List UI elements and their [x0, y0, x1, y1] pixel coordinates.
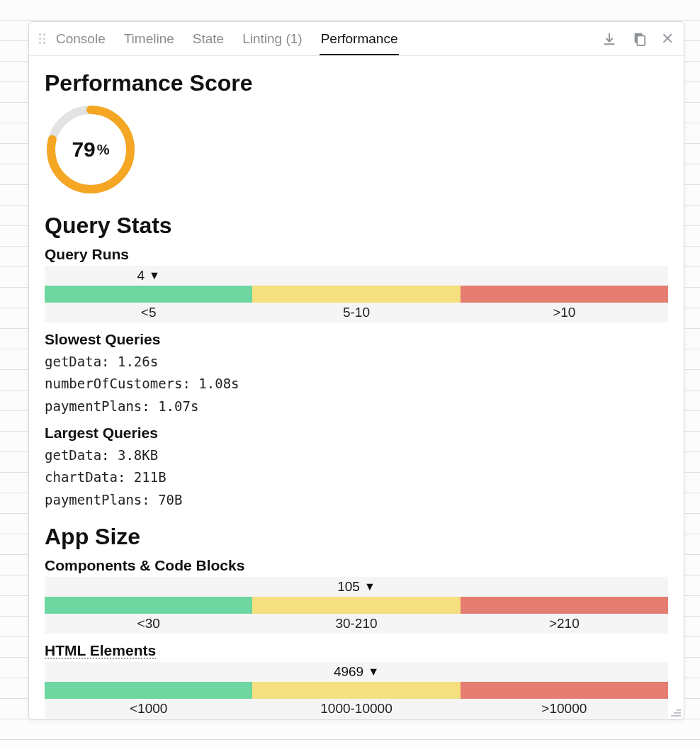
range-segment-red: [461, 286, 668, 303]
list-item: numberOfCustomers: 1.08s: [45, 373, 668, 395]
range-label: <5: [45, 303, 252, 322]
app-size-title: App Size: [45, 524, 668, 550]
range-segment-red: [461, 682, 668, 699]
range-segment-green: [45, 682, 252, 699]
range-segment-red: [461, 597, 668, 614]
score-ring: 79%: [45, 103, 668, 196]
panel-body: Performance Score 79% Query Stats Query …: [29, 56, 684, 719]
query-runs-range: 4▼ <5 5-10 >10: [45, 266, 668, 322]
list-item: getData: 3.8KB: [45, 444, 668, 466]
components-range: 105▼ <30 30-210 >210: [45, 577, 668, 634]
largest-queries-list: getData: 3.8KB chartData: 211B paymentPl…: [45, 444, 668, 511]
range-segment-yellow: [252, 286, 460, 303]
range-label: 30-210: [252, 614, 460, 634]
close-icon[interactable]: ✕: [661, 31, 674, 47]
panel-header: Console Timeline State Linting (1) Perfo…: [29, 22, 684, 56]
score-value: 79: [72, 137, 95, 162]
drag-handle-icon[interactable]: [39, 31, 49, 47]
components-marker: 105▼: [337, 579, 376, 595]
html-elements-title[interactable]: HTML Elements: [45, 642, 668, 659]
range-segment-yellow: [252, 597, 460, 614]
tab-performance[interactable]: Performance: [320, 23, 400, 55]
list-item: chartData: 211B: [45, 466, 668, 488]
list-item: paymentPlans: 1.07s: [45, 395, 668, 417]
components-block: Components & Code Blocks 105▼ <30 30-210…: [45, 557, 668, 634]
range-label: 1000-10000: [252, 699, 460, 719]
tab-linting[interactable]: Linting (1): [241, 23, 304, 55]
tab-console[interactable]: Console: [55, 23, 107, 55]
slowest-queries-list: getData: 1.26s numberOfCustomers: 1.08s …: [45, 351, 668, 417]
range-segment-yellow: [252, 682, 460, 699]
tab-bar: Console Timeline State Linting (1) Perfo…: [55, 22, 399, 55]
svg-rect-1: [637, 35, 645, 45]
header-actions: ✕: [602, 31, 674, 47]
performance-score-title: Performance Score: [45, 70, 668, 96]
download-icon[interactable]: [602, 31, 617, 47]
html-elements-block: HTML Elements 4969▼ <1000 1000-10000 >10…: [45, 642, 668, 719]
range-segment-green: [45, 286, 252, 303]
query-stats-title: Query Stats: [45, 213, 668, 239]
tab-state[interactable]: State: [191, 23, 225, 55]
tab-timeline[interactable]: Timeline: [123, 23, 176, 55]
html-elements-range: 4969▼ <1000 1000-10000 >10000: [45, 662, 668, 719]
score-percent-symbol: %: [97, 142, 110, 158]
slowest-queries-title: Slowest Queries: [45, 331, 668, 348]
list-item: getData: 1.26s: [45, 351, 668, 373]
components-title: Components & Code Blocks: [45, 557, 668, 574]
query-runs-title: Query Runs: [45, 246, 668, 263]
range-label: >10000: [461, 699, 668, 719]
range-label: >10: [461, 303, 668, 322]
range-label: <1000: [45, 699, 252, 719]
resize-handle-icon[interactable]: [670, 705, 681, 717]
debug-panel: Console Timeline State Linting (1) Perfo…: [28, 21, 684, 720]
range-label: <30: [45, 614, 252, 634]
range-label: 5-10: [252, 303, 460, 322]
range-label: >210: [461, 614, 668, 634]
largest-queries-title: Largest Queries: [45, 425, 668, 442]
query-runs-marker: 4▼: [137, 268, 159, 283]
html-elements-marker: 4969▼: [334, 664, 379, 680]
list-item: paymentPlans: 70B: [45, 489, 668, 511]
copy-icon[interactable]: [631, 31, 647, 47]
query-runs-block: Query Runs 4▼ <5 5-10 >10: [45, 246, 668, 322]
range-segment-green: [45, 597, 252, 614]
